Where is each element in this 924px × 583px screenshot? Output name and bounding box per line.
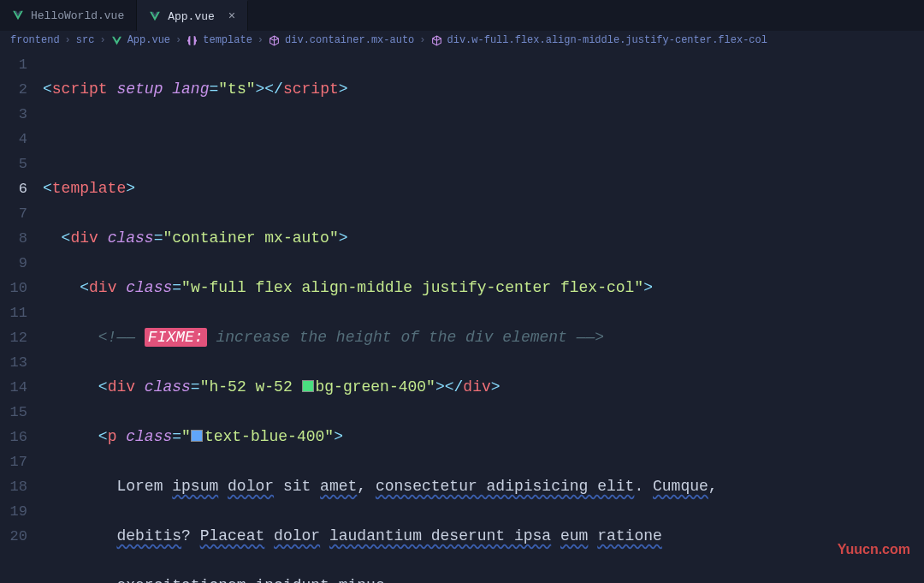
tab-app[interactable]: App.vue × (137, 0, 248, 31)
line-gutter: 1 2 3 4 5 6 7 8 9 10 11 12 13 14 15 16 1… (0, 52, 43, 583)
chevron-right-icon: › (99, 34, 105, 46)
breadcrumb-item[interactable]: template (203, 34, 252, 46)
tab-helloworld[interactable]: HelloWorld.vue (0, 0, 137, 31)
color-swatch-green (302, 380, 314, 392)
color-swatch-blue (191, 430, 203, 442)
chevron-right-icon: › (175, 34, 181, 46)
code-line: debitis? Placeat dolor laudantium deseru… (43, 524, 924, 549)
tab-bar: HelloWorld.vue App.vue × (0, 0, 924, 31)
breadcrumb: frontend › src › App.vue › template › di… (0, 31, 924, 50)
close-icon[interactable]: × (228, 9, 235, 23)
cube-icon (269, 35, 280, 46)
breadcrumb-item[interactable]: App.vue (127, 34, 170, 46)
code-line: <div class="h-52 w-52 bg-green-400"></di… (43, 375, 924, 400)
code-line: <template> (43, 176, 924, 201)
breadcrumb-item[interactable]: frontend (10, 34, 60, 46)
code-line: <p class="text-blue-400"> (43, 425, 924, 449)
code-line (43, 127, 924, 152)
code-line: <div class="w-full flex align-middle jus… (43, 276, 924, 300)
vue-icon (111, 35, 122, 46)
tab-label: HelloWorld.vue (31, 9, 124, 22)
braces-icon (187, 35, 198, 46)
breadcrumb-item[interactable]: src (76, 34, 95, 46)
fixme-badge: FIXME: (145, 328, 207, 347)
chevron-right-icon: › (65, 34, 71, 46)
breadcrumb-item[interactable]: div.container.mx-auto (285, 34, 414, 46)
code-line: exercitationem incidunt minus. (43, 574, 924, 583)
vue-icon (12, 9, 24, 21)
code-editor[interactable]: 1 2 3 4 5 6 7 8 9 10 11 12 13 14 15 16 1… (0, 50, 924, 583)
watermark: Yuucn.com (838, 542, 910, 557)
chevron-right-icon: › (419, 34, 425, 46)
code-line: Lorem ipsum dolor sit amet, consectetur … (43, 474, 924, 499)
code-line: <div class="container mx-auto"> (43, 226, 924, 251)
cube-icon (431, 35, 442, 46)
chevron-right-icon: › (258, 34, 264, 46)
breadcrumb-item[interactable]: div.w-full.flex.align-middle.justify-cen… (447, 34, 767, 46)
code-line: <script setup lang="ts"></script> (43, 77, 924, 102)
tab-label: App.vue (168, 10, 215, 23)
code-line: <!—— FIXME: increase the height of the d… (43, 325, 924, 350)
code-content[interactable]: <script setup lang="ts"></script> <templ… (43, 52, 924, 583)
vue-icon (149, 10, 161, 22)
